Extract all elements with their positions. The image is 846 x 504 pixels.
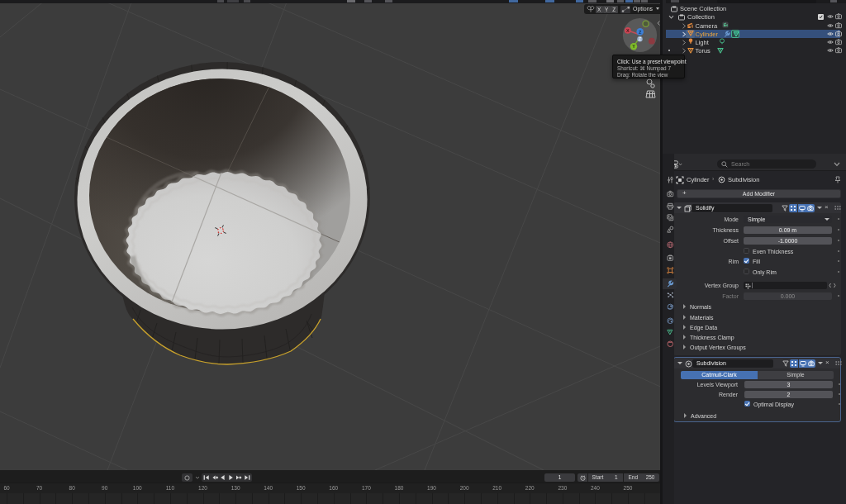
svg-text:X: X bbox=[626, 28, 630, 33]
svg-text:Y: Y bbox=[632, 44, 635, 49]
svg-text:Z: Z bbox=[639, 36, 641, 41]
